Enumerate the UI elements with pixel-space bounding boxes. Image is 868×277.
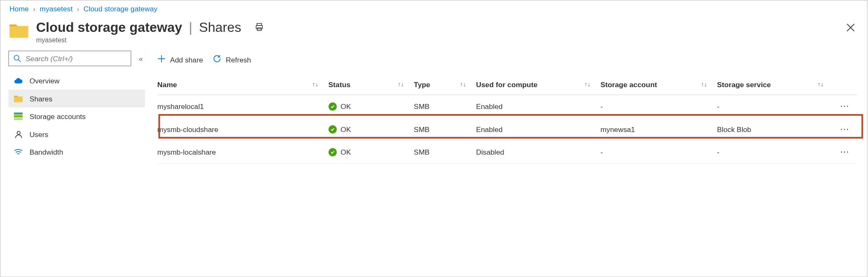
breadcrumb-home[interactable]: Home: [10, 5, 29, 13]
refresh-label: Refresh: [226, 55, 251, 64]
plus-icon: [157, 54, 166, 65]
col-header-type[interactable]: Type↑↓: [414, 75, 476, 95]
svg-rect-5: [14, 112, 23, 114]
col-header-account[interactable]: Storage account↑↓: [601, 75, 717, 95]
cell-name: mysmb-localshare: [157, 140, 329, 163]
breadcrumb-resource[interactable]: myasetest: [40, 5, 73, 13]
row-menu-button[interactable]: ···: [834, 118, 857, 140]
page-subtitle: myasetest: [36, 36, 858, 44]
sort-icon: ↑↓: [312, 81, 318, 88]
sort-icon: ↑↓: [584, 81, 591, 88]
sidebar-item-overview[interactable]: Overview: [8, 72, 145, 89]
folder-icon: [10, 22, 28, 39]
chevron-right-icon: ›: [77, 5, 79, 12]
title-separator: |: [189, 19, 192, 35]
svg-rect-6: [14, 115, 23, 117]
col-header-compute[interactable]: Used for compute↑↓: [476, 75, 600, 95]
cell-service: -: [717, 140, 834, 163]
col-header-name[interactable]: Name↑↓: [157, 75, 329, 95]
sidebar-item-users[interactable]: Users: [8, 125, 145, 143]
sidebar-item-label: Storage accounts: [29, 112, 85, 121]
status-ok-icon: [329, 125, 337, 133]
refresh-button[interactable]: Refresh: [213, 54, 251, 65]
cell-service: -: [717, 95, 834, 117]
sidebar-item-bandwidth[interactable]: Bandwidth: [8, 143, 145, 161]
add-share-button[interactable]: Add share: [157, 54, 203, 65]
status-ok-icon: [329, 148, 337, 156]
wifi-icon: [14, 148, 23, 156]
cell-status: OK: [329, 118, 414, 140]
sidebar-item-storage-accounts[interactable]: Storage accounts: [8, 107, 145, 125]
print-icon[interactable]: [254, 19, 264, 35]
table-row[interactable]: mysharelocal1OKSMBEnabled--···: [157, 95, 857, 117]
breadcrumb: Home › myasetest › Cloud storage gateway: [0, 0, 867, 15]
sidebar-item-label: Bandwidth: [29, 148, 63, 156]
refresh-icon: [213, 54, 221, 65]
cell-status: OK: [329, 95, 414, 117]
search-icon: [13, 54, 21, 62]
svg-point-8: [17, 131, 20, 134]
sidebar-item-label: Shares: [29, 94, 52, 103]
storage-icon: [14, 112, 23, 121]
add-share-label: Add share: [170, 55, 203, 64]
cell-account: -: [601, 140, 717, 163]
col-header-service[interactable]: Storage service↑↓: [717, 75, 834, 95]
cell-compute: Enabled: [476, 118, 600, 140]
close-button[interactable]: [847, 23, 855, 34]
shares-table: Name↑↓ Status↑↓ Type↑↓ Used for compute↑…: [157, 75, 857, 163]
page-title-main: Cloud storage gateway: [36, 19, 182, 35]
chevron-right-icon: ›: [33, 5, 35, 12]
sort-icon: ↑↓: [817, 81, 824, 88]
cell-compute: Disabled: [476, 140, 600, 163]
cell-name: mysharelocal1: [157, 95, 329, 117]
breadcrumb-blade[interactable]: Cloud storage gateway: [84, 5, 158, 13]
cell-service: Block Blob: [717, 118, 834, 140]
page-title-section: Shares: [199, 19, 241, 35]
cell-type: SMB: [414, 140, 476, 163]
row-menu-button[interactable]: ···: [834, 140, 857, 163]
cell-type: SMB: [414, 118, 476, 140]
col-header-status[interactable]: Status↑↓: [329, 75, 414, 95]
cell-compute: Enabled: [476, 95, 600, 117]
table-row[interactable]: mysmb-localshareOKSMBDisabled--···: [157, 140, 857, 163]
sidebar-item-label: Users: [29, 130, 48, 138]
person-icon: [14, 129, 23, 138]
status-ok-icon: [329, 102, 337, 111]
row-menu-button[interactable]: ···: [834, 95, 857, 117]
svg-point-3: [14, 55, 19, 60]
collapse-sidebar-button[interactable]: «: [136, 52, 145, 65]
cell-name: mysmb-cloudshare: [157, 118, 329, 140]
cell-account: -: [601, 95, 717, 117]
sidebar-item-label: Overview: [29, 77, 59, 85]
cloud-icon: [14, 76, 23, 85]
svg-rect-7: [14, 118, 23, 120]
table-row[interactable]: mysmb-cloudshareOKSMBEnabledmynewsa1Bloc…: [157, 118, 857, 140]
cell-account: mynewsa1: [601, 118, 717, 140]
folder-icon: [14, 94, 23, 103]
search-input-wrapper[interactable]: [8, 51, 131, 66]
sort-icon: ↑↓: [460, 81, 466, 88]
page-title: Cloud storage gateway | Shares: [36, 19, 858, 35]
cell-type: SMB: [414, 95, 476, 117]
search-input[interactable]: [26, 54, 126, 62]
sort-icon: ↑↓: [398, 81, 404, 88]
sort-icon: ↑↓: [701, 81, 707, 88]
cell-status: OK: [329, 140, 414, 163]
svg-line-4: [18, 60, 21, 62]
sidebar-item-shares[interactable]: Shares: [8, 90, 145, 107]
